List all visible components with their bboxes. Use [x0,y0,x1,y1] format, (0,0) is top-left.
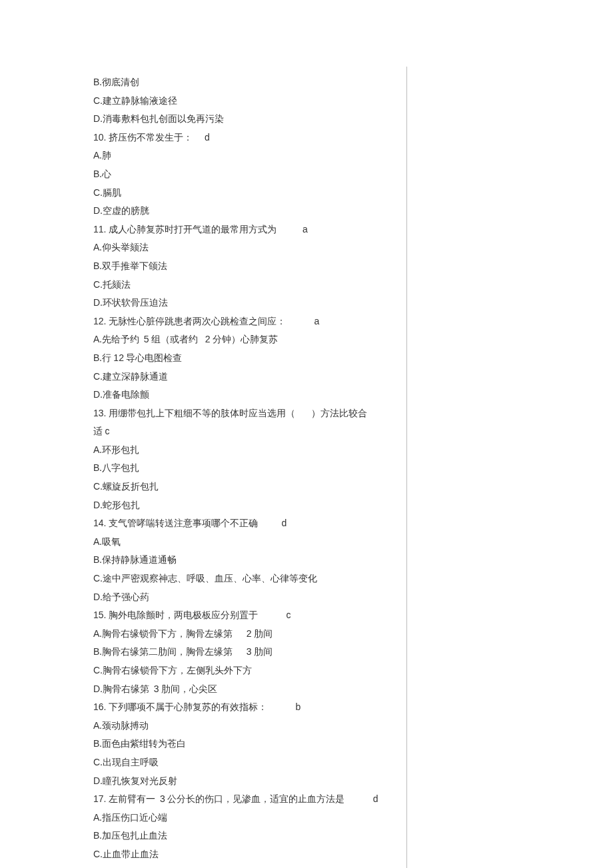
text-fragment: .行 [99,353,113,363]
text-line: A.胸骨右缘锁骨下方，胸骨左缘第 2 肋间 [93,625,400,644]
question-text: 支气管哮喘转送注意事项哪个不正确 [106,518,269,528]
text-line: 17. 左前臂有一 3 公分长的伤口，见渗血，适宜的止血方法是 d [93,790,400,809]
option-text: .胸骨右缘锁骨下方，左侧乳头外下方 [100,665,252,675]
text-fragment: 组（或者约 [149,334,205,344]
option-letter: B [93,554,99,565]
text-line: C.建立静脉输液途径 [93,92,400,111]
option-letter: C [93,665,100,675]
option-text: .面色由紫绀转为苍白 [99,739,186,749]
text-line: 15. 胸外电除颤时，两电极板应分别置于 c [93,606,400,625]
text-line: D.消毒敷料包扎创面以免再污染 [93,110,400,129]
option-text: .给予强心药 [100,592,149,602]
text-line: D.加垫屈肢止血法 [93,864,400,868]
option-letter: A [93,334,99,344]
option-letter: A [93,720,99,731]
text-line: C.膈肌 [93,184,400,203]
text-line: C.出现自主呼吸 [93,753,400,772]
text-line: D.空虚的膀胱 [93,202,400,220]
option-text: .八字包扎 [99,463,139,473]
option-text: .仰头举颏法 [99,242,149,252]
answer-letter: d [269,518,287,528]
text-line: B.心 [93,165,400,184]
text-line: D.蛇形包扎 [93,496,400,515]
text-line: C.螺旋反折包扎 [93,478,400,496]
question-number: 14. [93,518,106,528]
text-fragment: 公分长的伤口，见渗血，适宜的止血方法是 [165,794,361,804]
text-fragment: 肋间 [252,629,273,639]
continuation-text: 适 [93,426,105,436]
question-number: 10. [93,132,106,143]
text-line: B.行 12 导心电图检查 [93,349,400,368]
text-fragment: 导心电图检查 [124,353,183,363]
option-text: .心 [99,169,111,179]
text-line: C.建立深静脉通道 [93,368,400,386]
option-text: .空虚的膀胱 [100,206,149,216]
option-text: .托颏法 [100,280,131,290]
option-text: .吸氧 [99,537,121,547]
text-fragment: 肋间 [252,647,273,657]
option-text: .指压伤口近心端 [99,813,167,823]
option-text: .肺 [99,151,111,161]
option-letter: D [93,500,100,510]
text-line: A.肺 [93,147,400,165]
option-letter: A [93,444,99,455]
option-letter: C [93,849,100,859]
text-line: 适 c [93,422,400,441]
answer-letter: b [283,701,301,712]
text-line: D.准备电除颤 [93,386,400,404]
text-line: 16. 下列哪项不属于心肺复苏的有效指标： b [93,698,400,717]
inline-number: 2 [247,628,252,639]
text-fragment: 左前臂有一 [106,794,160,804]
option-letter: C [93,187,100,198]
option-letter: A [93,242,99,252]
text-fragment: 肋间，心尖区 [159,684,217,694]
text-line: 11. 成人心肺复苏时打开气道的最常用方式为 a [93,220,400,239]
text-line: B.面色由紫绀转为苍白 [93,735,400,753]
document-page: B.彻底清创C.建立静脉输液途径D.消毒敷料包扎创面以免再污染10. 挤压伤不常… [0,0,613,868]
text-line: B.双手推举下颌法 [93,257,400,276]
text-line: B.彻底清创 [93,73,400,92]
question-text: 胸外电除颤时，两电极板应分别置于 [106,610,274,620]
option-letter: B [93,646,99,657]
option-letter: C [93,95,100,106]
option-text: .保持静脉通道通畅 [99,555,177,565]
option-letter: D [93,389,100,400]
option-text: .膈肌 [100,188,121,198]
option-letter: C [93,573,100,584]
option-text: .途中严密观察神志、呼吸、血压、心率、心律等变化 [100,574,317,584]
text-line: A.指压伤口近心端 [93,809,400,827]
option-text: .蛇形包扎 [100,500,140,510]
text-line: A.环形包扎 [93,441,400,460]
option-letter: A [93,812,99,823]
vertical-divider [406,67,407,868]
question-text: 下列哪项不属于心肺复苏的有效指标： [106,702,283,712]
answer-letter: a [291,224,308,234]
option-text: .建立深静脉通道 [100,372,168,382]
question-text: 成人心肺复苏时打开气道的最常用方式为 [106,224,291,234]
question-number: 13. [93,408,106,418]
option-letter: D [93,683,100,694]
option-letter: D [93,592,100,602]
option-text: .止血带止血法 [100,849,159,859]
option-letter: B [93,462,99,473]
option-text: .颈动脉搏动 [99,721,149,731]
option-letter: B [93,260,99,271]
option-letter: B [93,169,99,179]
text-fragment: .先给予约 [99,334,144,344]
text-line: A.吸氧 [93,533,400,552]
text-fragment: .胸骨右缘第二肋间，胸骨左缘第 [99,647,247,657]
text-line: D.瞳孔恢复对光反射 [93,772,400,791]
text-line: D.给予强心药 [93,588,400,607]
text-line: C.止血带止血法 [93,845,400,864]
option-text: .双手推举下颌法 [99,261,167,271]
option-text: .螺旋反折包扎 [100,482,159,492]
text-line: C.途中严密观察神志、呼吸、血压、心率、心律等变化 [93,570,400,588]
text-line: C.托颏法 [93,276,400,294]
text-fragment: .胸骨右缘锁骨下方，胸骨左缘第 [99,629,247,639]
answer-letter: c [274,610,291,620]
option-letter: D [93,205,100,216]
text-line: C.胸骨右缘锁骨下方，左侧乳头外下方 [93,661,400,680]
text-line: B.加压包扎止血法 [93,827,400,845]
option-text: .彻底清创 [99,77,139,87]
text-line: 12. 无脉性心脏停跳患者两次心跳检查之间应： a [93,312,400,331]
